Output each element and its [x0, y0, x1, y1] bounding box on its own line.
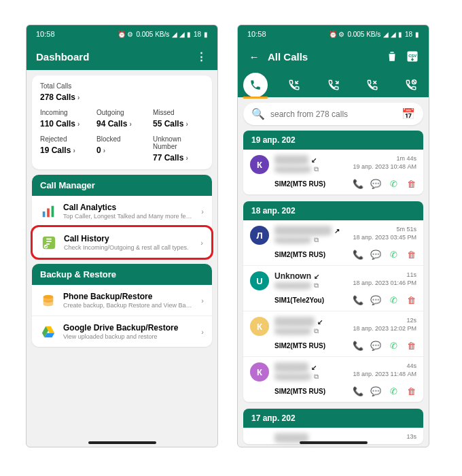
- chevron-right-icon: ›: [77, 94, 79, 101]
- svg-rect-2: [52, 205, 54, 217]
- delete-action-icon[interactable]: 🗑: [406, 178, 416, 189]
- sms-action-icon[interactable]: 💬: [370, 386, 381, 396]
- date-header: 17 апр. 202: [243, 409, 423, 428]
- section-backup-restore: Backup & Restore Phone Backup/Restore Cr…: [32, 264, 212, 347]
- stat-missed[interactable]: Missed 55 Calls›: [153, 109, 204, 129]
- filter-tabs: [238, 70, 429, 97]
- chevron-right-icon: ›: [200, 239, 203, 247]
- analytics-icon: [40, 203, 56, 220]
- stat-incoming[interactable]: Incoming 110 Calls›: [40, 109, 91, 129]
- stat-total[interactable]: Total Calls 278 Calls›: [40, 82, 204, 102]
- section-header: Backup & Restore: [32, 264, 212, 285]
- page-title: All Calls: [268, 51, 308, 63]
- stat-blocked[interactable]: Blocked 0›: [96, 135, 147, 163]
- item-gdrive-backup[interactable]: Google Drive Backup/Restore View uploade…: [32, 316, 212, 347]
- call-action-icon[interactable]: 📞: [353, 178, 363, 189]
- whatsapp-action-icon[interactable]: ✆: [388, 340, 399, 351]
- status-icons: ⏰ ⚙ 0.005 KB/s ◢ ◢ ▮18▮: [329, 31, 419, 38]
- delete-action-icon[interactable]: 🗑: [406, 294, 416, 305]
- status-bar: 10:58 ⏰ ⚙ 0.005 KB/s ◢ ◢ ▮18▮: [238, 25, 429, 43]
- item-phone-backup[interactable]: Phone Backup/Restore Create backup, Back…: [32, 285, 212, 316]
- back-icon[interactable]: ←: [247, 50, 261, 63]
- copy-icon[interactable]: ⧉: [314, 282, 319, 290]
- whatsapp-action-icon[interactable]: ✆: [388, 249, 399, 260]
- sms-action-icon[interactable]: 💬: [370, 340, 381, 351]
- call-action-icon[interactable]: 📞: [353, 340, 363, 351]
- status-bar: 10:58 ⏰ ⚙ 0.005 KB/s ◢ ◢ ▮18▮: [26, 25, 217, 43]
- tab-outgoing[interactable]: [321, 73, 346, 97]
- incoming-arrow-icon: ↙: [311, 156, 317, 164]
- delete-action-icon[interactable]: 🗑: [406, 340, 416, 351]
- status-time: 10:58: [247, 30, 266, 38]
- copy-icon[interactable]: ⧉: [314, 236, 319, 244]
- sms-action-icon[interactable]: 💬: [370, 178, 381, 189]
- tab-all-calls[interactable]: [243, 73, 268, 97]
- item-call-history[interactable]: Call History Check Incoming/Outgoing & r…: [31, 225, 213, 260]
- avatar: К: [250, 155, 269, 174]
- phone-left: 10:58 ⏰ ⚙ 0.005 KB/s ◢ ◢ ▮18▮ Dashboard …: [26, 24, 218, 447]
- call-history-icon: [41, 235, 57, 251]
- avatar: U: [250, 271, 269, 290]
- svg-text:CSV: CSV: [408, 54, 416, 58]
- svg-rect-1: [47, 208, 50, 217]
- call-action-icon[interactable]: 📞: [353, 294, 363, 305]
- tab-missed[interactable]: [360, 73, 385, 97]
- avatar: Л: [250, 226, 269, 245]
- search-icon: 🔍: [251, 107, 265, 120]
- contact-name: Unknown: [274, 271, 311, 281]
- copy-icon[interactable]: ⧉: [314, 373, 319, 381]
- page-title: Dashboard: [36, 51, 89, 63]
- call-action-icon[interactable]: 📞: [353, 249, 363, 260]
- nav-bar-pill: [88, 441, 156, 444]
- avatar: К: [250, 317, 269, 336]
- sms-action-icon[interactable]: 💬: [370, 294, 381, 305]
- stat-outgoing[interactable]: Outgoing 94 Calls›: [96, 109, 147, 129]
- sim-label: SIM2(MTS RUS): [274, 180, 325, 188]
- search-bar[interactable]: 🔍 📅: [243, 103, 423, 125]
- chevron-right-icon: ›: [201, 207, 204, 216]
- delete-action-icon[interactable]: 🗑: [406, 386, 416, 396]
- call-row[interactable]: U Unknown ↙ ██████⧉ 11s18 апр. 2023 01:4…: [243, 265, 423, 311]
- call-list: 19 апр. 202 К ████ ↙ ██████⧉ 1m 44s19 ап…: [238, 131, 429, 447]
- outgoing-arrow-icon: ↗: [334, 227, 340, 235]
- search-input[interactable]: [270, 109, 396, 119]
- contact-name-blurred: ████: [274, 155, 308, 165]
- incoming-arrow-icon: ↙: [311, 364, 317, 371]
- tab-incoming[interactable]: [282, 73, 306, 97]
- delete-icon[interactable]: [385, 50, 399, 63]
- app-bar: Dashboard ⋮: [26, 43, 217, 70]
- delete-action-icon[interactable]: 🗑: [406, 249, 416, 260]
- stat-unknown[interactable]: Unknown Number 77 Calls›: [153, 135, 204, 163]
- date-header: 19 апр. 202: [243, 131, 423, 150]
- item-call-analytics[interactable]: Call Analytics Top Caller, Longest Talke…: [32, 196, 212, 226]
- overflow-menu-icon[interactable]: ⋮: [194, 50, 208, 63]
- avatar: К: [250, 362, 269, 381]
- call-row[interactable]: К █████ ↙ ██████⧉ 12s18 апр. 2023 12:02 …: [243, 311, 423, 356]
- chevron-right-icon: ›: [201, 296, 204, 305]
- incoming-arrow-icon: ↙: [317, 318, 323, 326]
- date-header: 18 апр. 202: [243, 201, 423, 220]
- csv-export-icon[interactable]: CSV: [406, 50, 419, 63]
- phone-right: 10:58 ⏰ ⚙ 0.005 KB/s ◢ ◢ ▮18▮ ← All Call…: [237, 24, 429, 447]
- stats-card: Total Calls 278 Calls› Incoming 110 Call…: [32, 75, 212, 169]
- gdrive-icon: [40, 324, 56, 340]
- app-bar: ← All Calls CSV: [238, 43, 429, 70]
- incoming-arrow-icon: ↙: [314, 273, 319, 280]
- call-row[interactable]: К ████ ↙ ██████⧉ 44s18 апр. 2023 11:48 A…: [243, 356, 423, 402]
- svg-rect-0: [43, 211, 46, 217]
- whatsapp-action-icon[interactable]: ✆: [388, 386, 399, 396]
- calendar-icon[interactable]: 📅: [402, 107, 415, 120]
- status-time: 10:58: [36, 30, 55, 38]
- stat-rejected[interactable]: Rejected 19 Calls›: [40, 135, 91, 163]
- nav-bar-pill: [300, 441, 368, 444]
- whatsapp-action-icon[interactable]: ✆: [388, 294, 399, 305]
- sms-action-icon[interactable]: 💬: [370, 249, 381, 260]
- status-icons: ⏰ ⚙ 0.005 KB/s ◢ ◢ ▮18▮: [118, 31, 208, 38]
- copy-icon[interactable]: ⧉: [314, 327, 319, 335]
- whatsapp-action-icon[interactable]: ✆: [388, 178, 399, 189]
- call-action-icon[interactable]: 📞: [353, 386, 363, 396]
- tab-rejected[interactable]: [399, 73, 423, 97]
- copy-icon[interactable]: ⧉: [314, 165, 319, 173]
- call-row[interactable]: Л ████████ ↗ ██████⧉ 5m 51s18 апр. 2023 …: [243, 220, 423, 265]
- call-row[interactable]: К ████ ↙ ██████⧉ 1m 44s19 апр. 2023 10:4…: [243, 150, 423, 194]
